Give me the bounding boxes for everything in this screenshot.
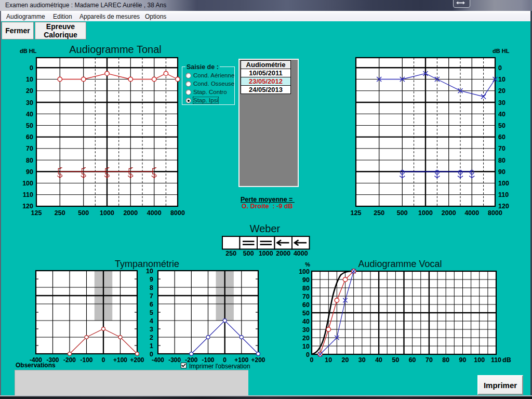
svg-text:40: 40 [302,318,310,325]
svg-text:1000: 1000 [418,209,433,217]
svg-text:4000: 4000 [464,209,479,217]
svg-text:250: 250 [55,209,65,217]
svg-text:10: 10 [302,343,310,350]
svg-text:20: 20 [26,87,33,95]
svg-text:2000: 2000 [442,209,456,217]
svg-text:4: 4 [150,317,153,325]
svg-text:100: 100 [299,268,310,275]
svg-text:60: 60 [302,301,310,309]
svg-text:0: 0 [30,64,33,72]
svg-text:40: 40 [375,356,382,364]
svg-text:1: 1 [150,342,153,350]
svg-text:110: 110 [23,191,33,198]
svg-text:60: 60 [498,134,506,141]
svg-text:30: 30 [26,99,33,107]
svg-text:50: 50 [498,122,506,129]
svg-text:100: 100 [474,356,485,364]
svg-text:+100: +100 [113,356,127,364]
svg-text:-300: -300 [168,356,181,364]
svg-text:8000: 8000 [488,209,502,217]
svg-text:70: 70 [26,145,33,152]
svg-text:90: 90 [498,168,506,176]
svg-text:20: 20 [342,356,349,364]
svg-text:2000: 2000 [276,250,290,257]
svg-text:+200: +200 [130,356,144,364]
svg-text:110: 110 [498,191,509,198]
svg-text:100: 100 [498,180,509,187]
svg-text:110: 110 [491,356,501,364]
svg-text:0: 0 [498,64,502,72]
svg-text:10: 10 [146,268,153,275]
svg-text:Audiogramme Vocal: Audiogramme Vocal [358,259,442,269]
svg-text:Audiogramme Tonal: Audiogramme Tonal [69,44,162,55]
svg-text:500: 500 [243,250,254,257]
svg-text:80: 80 [498,157,506,164]
svg-text:10: 10 [26,76,33,83]
svg-text:80: 80 [302,285,310,292]
svg-text:250: 250 [374,209,384,217]
svg-text:80: 80 [26,157,33,164]
svg-text:-100: -100 [80,356,92,364]
svg-text:90: 90 [302,276,310,284]
svg-text:70: 70 [425,356,433,364]
svg-text:70: 70 [302,293,310,300]
svg-text:dB HL: dB HL [493,48,510,54]
svg-text:2000: 2000 [123,209,138,217]
svg-text:6: 6 [150,301,153,308]
svg-text:1000: 1000 [259,250,273,257]
svg-text:4000: 4000 [294,250,308,257]
svg-text:60: 60 [409,356,416,364]
svg-text:-400: -400 [152,356,164,364]
svg-text:%: % [305,261,310,268]
svg-text:10: 10 [325,356,332,364]
svg-text:30: 30 [498,99,506,107]
svg-text:50: 50 [392,356,399,364]
svg-text:500: 500 [78,209,89,217]
svg-text:-200: -200 [63,356,76,364]
svg-text:3: 3 [150,326,153,333]
svg-text:1000: 1000 [100,209,114,217]
svg-text:Weber: Weber [250,223,281,234]
svg-text:8000: 8000 [170,209,185,217]
svg-text:70: 70 [498,145,506,152]
svg-text:60: 60 [26,134,33,141]
svg-text:0: 0 [306,351,310,358]
svg-text:2: 2 [150,334,153,341]
svg-text:100: 100 [22,180,33,187]
svg-text:0: 0 [102,356,105,364]
svg-text:30: 30 [358,356,366,364]
svg-text:+200: +200 [251,356,265,364]
svg-text:90: 90 [459,356,467,364]
svg-text:90: 90 [26,168,33,176]
svg-text:125: 125 [351,209,362,217]
svg-text:50: 50 [302,310,310,317]
svg-text:9: 9 [150,276,153,283]
svg-text:0: 0 [150,351,153,358]
svg-text:40: 40 [498,111,506,118]
svg-text:20: 20 [498,87,506,95]
svg-text:dB HL: dB HL [20,48,37,54]
svg-text:500: 500 [397,209,408,217]
svg-text:20: 20 [302,335,310,342]
svg-text:7: 7 [150,292,153,300]
svg-text:250: 250 [225,250,236,257]
svg-text:4000: 4000 [147,209,162,217]
svg-text:125: 125 [31,209,42,217]
svg-text:80: 80 [442,356,449,364]
svg-text:dB: dB [502,356,511,364]
svg-text:8: 8 [150,284,153,291]
svg-text:40: 40 [26,111,33,118]
svg-text:30: 30 [302,326,310,334]
svg-text:50: 50 [26,122,33,129]
svg-text:10: 10 [498,76,506,83]
svg-text:5: 5 [150,309,153,316]
svg-text:0: 0 [310,356,314,364]
